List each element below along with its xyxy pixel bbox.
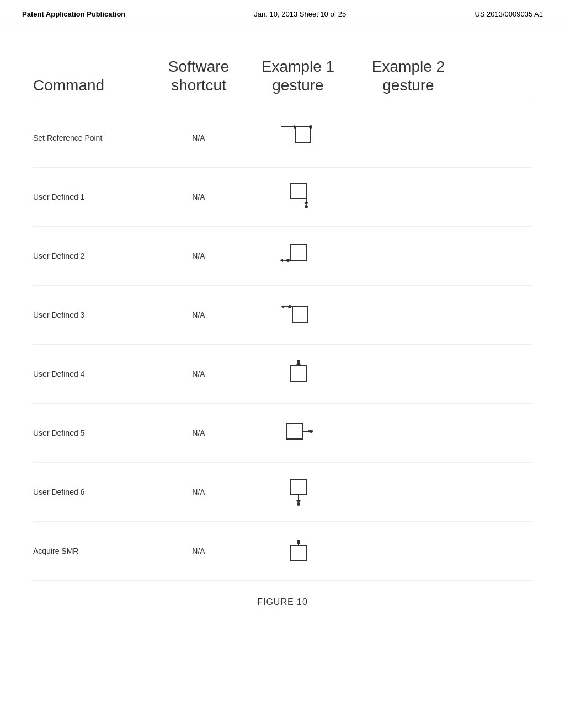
svg-point-15 xyxy=(288,305,291,308)
gesture-user-defined-5 xyxy=(279,414,317,452)
gesture-user-defined-1 xyxy=(279,178,317,216)
page-header: Patent Application Publication Jan. 10, … xyxy=(0,0,565,24)
row-command: User Defined 1 xyxy=(33,192,154,201)
row-shortcut: N/A xyxy=(154,547,243,555)
svg-rect-24 xyxy=(291,479,306,495)
header-center: Jan. 10, 2013 Sheet 10 of 25 xyxy=(254,10,346,18)
row-gesture xyxy=(243,532,353,570)
table-row: User Defined 2 N/A xyxy=(33,227,532,286)
svg-point-27 xyxy=(297,502,300,506)
svg-rect-28 xyxy=(291,545,306,561)
svg-point-23 xyxy=(310,430,313,433)
row-command: User Defined 5 xyxy=(33,429,154,437)
row-command: User Defined 6 xyxy=(33,488,154,496)
svg-marker-6 xyxy=(304,202,308,205)
col-header-shortcut: Softwareshortcut xyxy=(154,57,243,94)
table-header: Command Softwareshortcut Example 1gestur… xyxy=(33,57,532,103)
svg-rect-0 xyxy=(295,127,311,142)
header-left: Patent Application Publication xyxy=(22,10,125,18)
table-container: Command Softwareshortcut Example 1gestur… xyxy=(33,57,532,581)
svg-rect-20 xyxy=(287,424,302,439)
gesture-user-defined-2 xyxy=(279,237,317,275)
svg-rect-16 xyxy=(291,366,306,381)
table-row: Acquire SMR N/A xyxy=(33,522,532,581)
svg-rect-12 xyxy=(292,307,308,322)
row-command: Acquire SMR xyxy=(33,547,154,555)
row-shortcut: N/A xyxy=(154,251,243,260)
row-command: User Defined 4 xyxy=(33,370,154,378)
table-row: User Defined 3 N/A xyxy=(33,286,532,345)
gesture-acquire-smr xyxy=(279,532,317,570)
row-shortcut: N/A xyxy=(154,133,243,142)
svg-point-7 xyxy=(305,205,308,208)
col-header-example2: Example 2gesture xyxy=(353,57,463,94)
gesture-set-reference xyxy=(279,119,317,157)
row-gesture xyxy=(243,237,353,275)
gesture-user-defined-3 xyxy=(279,296,317,334)
row-shortcut: N/A xyxy=(154,429,243,437)
table-row: Set Reference Point N/A xyxy=(33,109,532,168)
row-gesture xyxy=(243,119,353,157)
row-shortcut: N/A xyxy=(154,370,243,378)
row-shortcut: N/A xyxy=(154,311,243,319)
row-gesture xyxy=(243,296,353,334)
gesture-user-defined-6 xyxy=(279,473,317,511)
figure-caption: FIGURE 10 xyxy=(33,597,532,607)
svg-rect-8 xyxy=(291,245,306,260)
table-row: User Defined 5 N/A xyxy=(33,404,532,463)
col-header-example1: Example 1gesture xyxy=(243,57,353,94)
row-gesture xyxy=(243,473,353,511)
svg-rect-4 xyxy=(291,183,306,199)
row-command: User Defined 3 xyxy=(33,311,154,319)
row-shortcut: N/A xyxy=(154,192,243,201)
row-shortcut: N/A xyxy=(154,488,243,496)
table-row: User Defined 1 N/A xyxy=(33,168,532,227)
svg-point-3 xyxy=(309,125,312,129)
svg-point-11 xyxy=(286,259,290,262)
row-command: Set Reference Point xyxy=(33,133,154,142)
table-row: User Defined 4 N/A xyxy=(33,345,532,404)
svg-marker-10 xyxy=(280,259,283,262)
row-gesture xyxy=(243,355,353,393)
svg-marker-14 xyxy=(281,305,284,308)
row-gesture xyxy=(243,178,353,216)
row-command: User Defined 2 xyxy=(33,251,154,260)
main-content: Command Softwareshortcut Example 1gestur… xyxy=(0,24,565,629)
header-right: US 2013/0009035 A1 xyxy=(475,10,543,18)
gesture-user-defined-4 xyxy=(279,355,317,393)
col-header-command: Command xyxy=(33,77,154,94)
row-gesture xyxy=(243,414,353,452)
table-row: User Defined 6 N/A xyxy=(33,463,532,522)
